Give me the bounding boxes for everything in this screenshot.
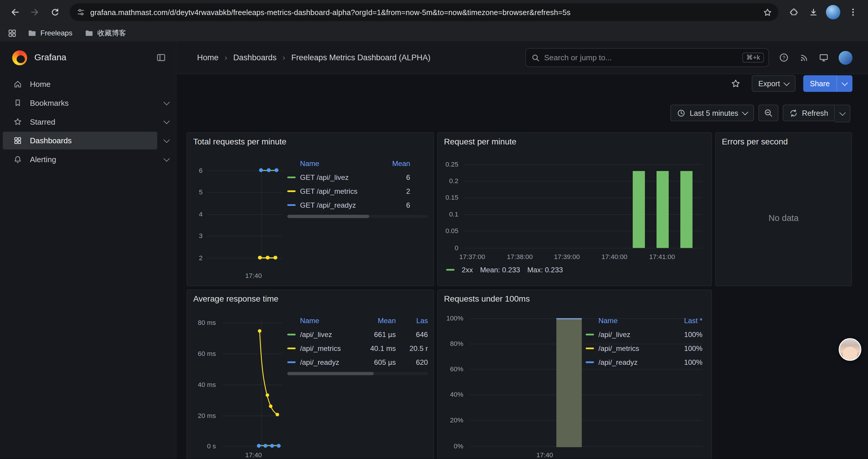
- url-text[interactable]: grafana.mathmast.com/d/deytv4rwavabkb/fr…: [90, 8, 759, 16]
- x-axis-tick: 17:40:00: [598, 253, 631, 261]
- gridline: [464, 248, 703, 249]
- legend-scrollbar[interactable]: [287, 215, 428, 218]
- legend-row[interactable]: GET /api/_livez 6: [287, 170, 428, 184]
- data-point: [258, 256, 262, 260]
- panel-legend: Name Mean Las /api/_livez 661 µs 646: [287, 314, 428, 369]
- legend-header-name[interactable]: Name: [598, 317, 671, 325]
- y-axis-tick: 40 ms: [187, 381, 216, 388]
- folder-icon: [85, 28, 93, 37]
- sidebar-collapse-icon[interactable]: [156, 53, 166, 63]
- legend-series-last: 100%: [672, 330, 703, 339]
- x-axis-tick: 17:40: [240, 272, 267, 280]
- y-axis-tick: 2: [188, 254, 203, 262]
- legend-header-name[interactable]: Name: [300, 160, 388, 168]
- favorite-star-icon[interactable]: [727, 75, 744, 92]
- panel-title[interactable]: Request per minute: [444, 137, 517, 146]
- panel-legend: Name Mean GET /api/_livez 6 GET /api/_me…: [287, 157, 428, 212]
- legend-series-name[interactable]: 2xx: [462, 266, 473, 274]
- site-settings-icon[interactable]: [76, 8, 85, 17]
- breadcrumb-current-page: Freeleaps Metrics Dashboard (ALPHA): [291, 53, 430, 62]
- url-bar[interactable]: grafana.mathmast.com/d/deytv4rwavabkb/fr…: [70, 3, 778, 21]
- refresh-icon: [789, 109, 797, 117]
- grafana-sidebar: Grafana Home Bookmarks: [0, 42, 177, 459]
- forward-icon[interactable]: [25, 3, 44, 22]
- y-axis-tick: 60 ms: [187, 350, 216, 357]
- legend-header-last[interactable]: Last *: [672, 317, 703, 325]
- y-axis-tick: 3: [188, 232, 203, 239]
- time-range-label: Last 5 minutes: [689, 109, 738, 117]
- export-button[interactable]: Export: [752, 75, 795, 92]
- chevron-down-icon[interactable]: [163, 137, 169, 143]
- legend-row[interactable]: /api/_readyz 605 µs 620: [287, 355, 428, 369]
- help-icon[interactable]: ?: [776, 49, 792, 66]
- sidebar-item-dashboards[interactable]: Dashboards: [0, 131, 176, 150]
- panel-title[interactable]: Requests under 100ms: [444, 294, 530, 303]
- gridline: [207, 192, 282, 193]
- series-color-blue: [287, 204, 296, 206]
- sidebar-item-home[interactable]: Home: [0, 75, 176, 94]
- panel-requests-under-100ms: Requests under 100ms 100% 80% 60% 40% 20…: [437, 290, 712, 459]
- apps-grid-icon[interactable]: [6, 28, 20, 37]
- legend-row[interactable]: /api/_metrics 40.1 ms 20.5 r: [287, 341, 428, 355]
- bar-under-100ms: [556, 318, 582, 447]
- time-range-picker[interactable]: Last 5 minutes: [670, 104, 754, 121]
- clock-icon: [677, 109, 685, 117]
- sidebar-item-bookmarks[interactable]: Bookmarks: [0, 94, 176, 112]
- grafana-logo[interactable]: [12, 50, 27, 65]
- breadcrumb-dashboards[interactable]: Dashboards: [234, 53, 277, 62]
- svg-text:?: ?: [783, 55, 785, 60]
- legend-header-mean[interactable]: Mean: [388, 160, 410, 168]
- panel-title[interactable]: Average response time: [193, 294, 279, 303]
- refresh-button[interactable]: Refresh: [783, 104, 835, 121]
- legend-header-last[interactable]: Las: [396, 317, 428, 325]
- chevron-down-icon: [783, 80, 790, 86]
- legend-series-name: /api/_livez: [598, 330, 671, 339]
- extensions-icon[interactable]: [784, 3, 803, 22]
- panel-title[interactable]: Total requests per minute: [193, 137, 286, 146]
- tv-kiosk-icon[interactable]: [815, 49, 832, 66]
- legend-scrollbar[interactable]: [287, 372, 428, 375]
- scrollbar-thumb[interactable]: [287, 215, 369, 218]
- chevron-down-icon[interactable]: [163, 99, 169, 105]
- panel-request-per-minute: Request per minute 0.25 0.2 0.15 0.1 0.0…: [437, 132, 712, 286]
- back-icon[interactable]: [6, 3, 25, 22]
- x-axis-tick: 17:37:00: [456, 253, 489, 261]
- legend-row[interactable]: /api/_readyz 100%: [586, 355, 702, 369]
- bookmark-folder-freeleaps[interactable]: Freeleaps: [23, 27, 77, 39]
- sidebar-nav: Home Bookmarks Starred: [0, 73, 176, 169]
- y-axis-tick: 100%: [438, 314, 463, 322]
- legend-header-name[interactable]: Name: [300, 317, 359, 325]
- legend-row[interactable]: GET /api/_readyz 6: [287, 198, 428, 212]
- bookmark-star-icon[interactable]: [760, 4, 775, 20]
- legend-series-name: /api/_readyz: [300, 358, 359, 366]
- chevron-down-icon[interactable]: [163, 155, 169, 162]
- search-input[interactable]: Search or jump to... ⌘+k: [525, 48, 769, 67]
- legend-row[interactable]: /api/_livez 100%: [586, 328, 702, 341]
- news-rss-icon[interactable]: [796, 49, 812, 66]
- user-avatar[interactable]: [839, 51, 852, 64]
- y-axis-tick: 80%: [438, 340, 463, 347]
- legend-row[interactable]: GET /api/_metrics 2: [287, 184, 428, 198]
- legend-series-name: /api/_metrics: [300, 344, 359, 352]
- breadcrumb-home[interactable]: Home: [197, 53, 218, 62]
- browser-profile-avatar[interactable]: [826, 5, 840, 20]
- sidebar-item-alerting[interactable]: Alerting: [0, 150, 176, 169]
- panel-title[interactable]: Errors per second: [722, 137, 788, 146]
- share-button[interactable]: Share: [803, 75, 836, 92]
- series-color-green: [287, 176, 296, 178]
- legend-header-mean[interactable]: Mean: [359, 317, 396, 325]
- legend-series-name: /api/_livez: [300, 330, 359, 339]
- chevron-down-icon[interactable]: [163, 118, 169, 124]
- download-icon[interactable]: [804, 3, 823, 22]
- browser-menu-icon[interactable]: [844, 3, 863, 22]
- legend-row[interactable]: /api/_metrics 100%: [586, 341, 702, 355]
- sidebar-item-starred[interactable]: Starred: [0, 112, 176, 131]
- floating-assistant-avatar[interactable]: [839, 338, 862, 361]
- scrollbar-thumb[interactable]: [287, 372, 373, 375]
- reload-icon[interactable]: [45, 3, 64, 22]
- bookmark-folder-blogs[interactable]: 收藏博客: [80, 26, 131, 40]
- legend-row[interactable]: /api/_livez 661 µs 646: [287, 328, 428, 341]
- share-menu-caret[interactable]: [836, 75, 852, 92]
- refresh-interval-caret[interactable]: [835, 104, 850, 122]
- zoom-out-button[interactable]: [758, 104, 778, 121]
